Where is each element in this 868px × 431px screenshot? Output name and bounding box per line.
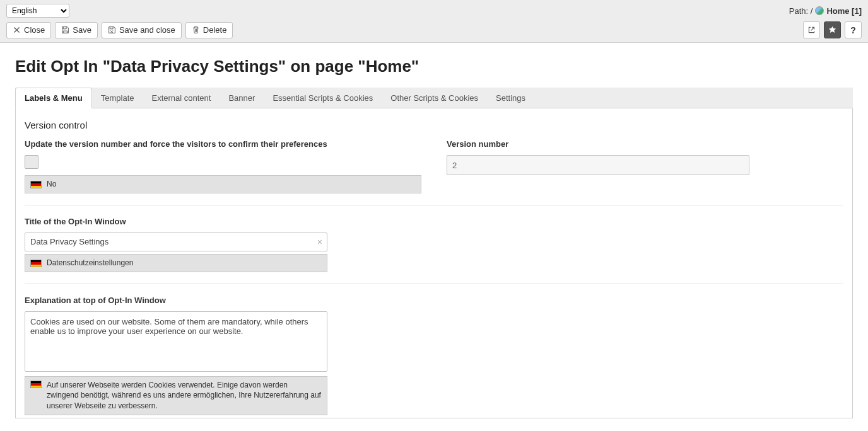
delete-button[interactable]: Delete bbox=[185, 22, 233, 38]
close-button[interactable]: Close bbox=[6, 22, 51, 38]
close-icon bbox=[13, 26, 21, 34]
language-select[interactable]: English bbox=[6, 4, 69, 18]
tab-other-scripts[interactable]: Other Scripts & Cookies bbox=[382, 88, 487, 108]
input-title[interactable] bbox=[25, 233, 327, 251]
translation-text: No bbox=[47, 179, 56, 190]
delete-label: Delete bbox=[203, 25, 227, 35]
translation-update-version: No bbox=[25, 175, 421, 193]
translation-title: Datenschutzeinstellungen bbox=[25, 254, 327, 272]
save-label: Save bbox=[73, 25, 91, 35]
save-close-label: Save and close bbox=[119, 25, 175, 35]
utility-buttons: ? bbox=[803, 21, 862, 38]
help-button[interactable]: ? bbox=[845, 21, 862, 38]
label-version-number: Version number bbox=[447, 139, 843, 149]
breadcrumb: Path: / Home [1] bbox=[789, 6, 862, 16]
save-close-icon bbox=[108, 26, 116, 34]
close-label: Close bbox=[24, 25, 45, 35]
label-update-version: Update the version number and force the … bbox=[25, 139, 421, 149]
input-version-number[interactable] bbox=[447, 155, 749, 175]
tab-banner[interactable]: Banner bbox=[220, 88, 264, 108]
label-explanation: Explanation at top of Opt-In Window bbox=[25, 296, 843, 305]
label-title: Title of the Opt-In Window bbox=[25, 217, 843, 226]
translation-text: Auf unserer Webseite werden Cookies verw… bbox=[47, 380, 322, 411]
action-buttons: Close Save Save and close Delete bbox=[6, 22, 233, 38]
translation-text: Datenschutzeinstellungen bbox=[47, 258, 133, 268]
tab-essential-scripts[interactable]: Essential Scripts & Cookies bbox=[264, 88, 382, 108]
textarea-explanation[interactable] bbox=[25, 311, 327, 372]
tab-panel: Version control Update the version numbe… bbox=[15, 108, 853, 418]
external-link-icon bbox=[807, 26, 816, 34]
tab-template[interactable]: Template bbox=[92, 88, 143, 108]
flag-de-icon bbox=[30, 181, 42, 188]
clear-title-icon[interactable]: × bbox=[317, 237, 322, 247]
flag-de-icon bbox=[30, 260, 42, 267]
favorite-button[interactable] bbox=[824, 21, 841, 38]
tab-settings[interactable]: Settings bbox=[487, 88, 534, 108]
toolbar: English Path: / Home [1] Close Save Save… bbox=[0, 0, 868, 43]
translation-explanation: Auf unserer Webseite werden Cookies verw… bbox=[25, 376, 327, 415]
tab-external-content[interactable]: External content bbox=[143, 88, 220, 108]
flag-de-icon bbox=[30, 381, 42, 388]
save-icon bbox=[61, 26, 69, 34]
page-title: Edit Opt In "Data Privacy Settings" on p… bbox=[15, 57, 853, 76]
question-icon: ? bbox=[850, 25, 856, 35]
tab-labels-menu[interactable]: Labels & Menu bbox=[15, 88, 92, 108]
section-version-control: Version control bbox=[25, 120, 843, 130]
save-close-button[interactable]: Save and close bbox=[102, 22, 182, 38]
trash-icon bbox=[192, 26, 200, 34]
checkbox-update-version[interactable] bbox=[25, 155, 38, 169]
path-prefix: Path: / bbox=[789, 6, 813, 16]
star-icon bbox=[828, 26, 836, 34]
open-external-button[interactable] bbox=[803, 21, 820, 38]
tabs: Labels & Menu Template External content … bbox=[15, 88, 853, 108]
globe-icon bbox=[815, 6, 824, 15]
save-button[interactable]: Save bbox=[55, 22, 98, 38]
path-page[interactable]: Home [1] bbox=[826, 6, 862, 16]
